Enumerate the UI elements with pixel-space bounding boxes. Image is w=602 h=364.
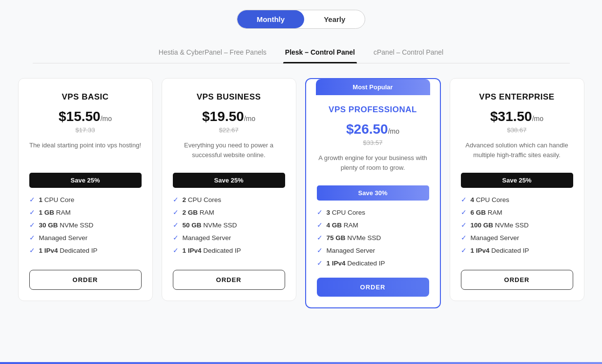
- order-button[interactable]: ORDER: [29, 270, 142, 290]
- plan-description: A growth engine for your business with p…: [317, 153, 429, 178]
- check-icon: ✓: [29, 246, 35, 254]
- plan-name: VPS BASIC: [29, 92, 142, 102]
- check-icon: ✓: [173, 221, 179, 229]
- feature-text: 6 GB RAM: [471, 209, 502, 216]
- feature-text: 4 CPU Cores: [471, 196, 510, 203]
- price-old: $38.67: [461, 126, 573, 134]
- check-icon: ✓: [29, 196, 35, 203]
- price-unit: /mo: [388, 127, 399, 135]
- feature-text: 1 IPv4 Dedicated IP: [183, 247, 241, 254]
- check-icon: ✓: [317, 221, 323, 229]
- feature-item: ✓ 3 CPU Cores: [317, 208, 429, 216]
- check-icon: ✓: [317, 234, 323, 242]
- feature-item: ✓ 1 GB RAM: [29, 208, 142, 216]
- feature-text: 50 GB NVMe SSD: [183, 222, 237, 229]
- yearly-toggle-btn[interactable]: Yearly: [304, 10, 365, 28]
- check-icon: ✓: [173, 234, 179, 242]
- order-button[interactable]: ORDER: [461, 270, 573, 290]
- price-unit: /mo: [244, 115, 255, 122]
- check-icon: ✓: [317, 208, 323, 216]
- most-popular-badge: Most Popular: [316, 79, 430, 95]
- feature-item: ✓ Managed Server: [461, 234, 573, 242]
- price-main: $15.50/mo: [59, 109, 112, 124]
- feature-item: ✓ 2 CPU Cores: [173, 196, 285, 203]
- check-icon: ✓: [461, 246, 467, 254]
- feature-text: 2 CPU Cores: [183, 196, 222, 203]
- feature-text: 1 IPv4 Dedicated IP: [471, 247, 529, 254]
- pricing-cards: VPS BASIC $15.50/mo $17.33The ideal star…: [18, 78, 584, 308]
- feature-item: ✓ 30 GB NVMe SSD: [29, 221, 142, 229]
- feature-text: 2 GB RAM: [183, 209, 214, 216]
- check-icon: ✓: [461, 208, 467, 216]
- plan-description: Advanced solution which can handle multi…: [461, 141, 573, 165]
- feature-text: 100 GB NVMe SSD: [471, 222, 529, 229]
- save-badge: Save 25%: [29, 173, 142, 188]
- feature-text: 1 IPv4 Dedicated IP: [39, 247, 98, 254]
- feature-item: ✓ 50 GB NVMe SSD: [173, 221, 285, 229]
- features-list: ✓ 2 CPU Cores ✓ 2 GB RAM ✓ 50 GB NVMe SS…: [173, 196, 285, 259]
- control-panel-tabs: Hestia & CyberPanel – Free Panels Plesk …: [33, 43, 570, 63]
- price-unit: /mo: [532, 115, 543, 122]
- plan-name: VPS PROFESSIONAL: [317, 105, 429, 115]
- feature-item: ✓ 4 CPU Cores: [461, 196, 573, 203]
- feature-text: 4 GB RAM: [327, 222, 358, 229]
- feature-text: Managed Server: [327, 247, 375, 254]
- feature-text: 75 GB NVMe SSD: [327, 234, 381, 242]
- price-unit: /mo: [101, 115, 112, 122]
- save-badge: Save 25%: [173, 173, 285, 188]
- features-list: ✓ 4 CPU Cores ✓ 6 GB RAM ✓ 100 GB NVMe S…: [461, 196, 573, 259]
- feature-item: ✓ Managed Server: [29, 234, 142, 242]
- pricing-card-enterprise: VPS ENTERPRISE $31.50/mo $38.67Advanced …: [450, 78, 584, 301]
- order-button[interactable]: ORDER: [317, 278, 429, 297]
- feature-item: ✓ 2 GB RAM: [173, 208, 285, 216]
- feature-item: ✓ 75 GB NVMe SSD: [317, 234, 429, 242]
- price-display: $15.50/mo: [29, 109, 142, 124]
- check-icon: ✓: [173, 246, 179, 254]
- feature-text: 3 CPU Cores: [327, 209, 366, 216]
- price-main: $31.50/mo: [490, 109, 543, 124]
- tab-free-panels[interactable]: Hestia & CyberPanel – Free Panels: [157, 43, 269, 63]
- check-icon: ✓: [29, 208, 35, 216]
- billing-toggle[interactable]: Monthly Yearly: [237, 10, 366, 29]
- feature-text: 1 GB RAM: [39, 209, 71, 216]
- feature-item: ✓ 100 GB NVMe SSD: [461, 221, 573, 229]
- tab-cpanel[interactable]: cPanel – Control Panel: [372, 43, 445, 63]
- features-list: ✓ 3 CPU Cores ✓ 4 GB RAM ✓ 75 GB NVMe SS…: [317, 208, 429, 267]
- monthly-toggle-btn[interactable]: Monthly: [237, 10, 305, 28]
- check-icon: ✓: [461, 234, 467, 242]
- feature-text: Managed Server: [183, 234, 231, 242]
- feature-text: 30 GB NVMe SSD: [39, 222, 94, 229]
- check-icon: ✓: [461, 221, 467, 229]
- plan-description: The ideal starting point into vps hostin…: [29, 141, 142, 165]
- pricing-card-basic: VPS BASIC $15.50/mo $17.33The ideal star…: [18, 78, 153, 301]
- feature-item: ✓ 1 IPv4 Dedicated IP: [173, 246, 285, 254]
- price-old: $17.33: [29, 126, 142, 134]
- feature-item: ✓ 1 IPv4 Dedicated IP: [29, 246, 142, 254]
- plan-description: Everything you need to power a successfu…: [173, 141, 285, 165]
- pricing-card-professional: Most PopularVPS PROFESSIONAL $26.50/mo $…: [305, 78, 441, 308]
- check-icon: ✓: [173, 208, 179, 216]
- check-icon: ✓: [173, 196, 179, 203]
- feature-text: Managed Server: [471, 234, 519, 242]
- tab-plesk[interactable]: Plesk – Control Panel: [283, 43, 357, 63]
- price-main: $19.50/mo: [202, 109, 255, 124]
- check-icon: ✓: [461, 196, 467, 203]
- plan-name: VPS ENTERPRISE: [461, 92, 573, 102]
- check-icon: ✓: [317, 259, 323, 267]
- save-badge: Save 25%: [461, 173, 573, 188]
- order-button[interactable]: ORDER: [173, 270, 285, 290]
- price-display: $31.50/mo: [461, 109, 573, 124]
- feature-item: ✓ 6 GB RAM: [461, 208, 573, 216]
- feature-text: 1 CPU Core: [39, 196, 75, 203]
- plan-name: VPS BUSINESS: [173, 92, 285, 102]
- feature-item: ✓ Managed Server: [173, 234, 285, 242]
- price-display: $26.50/mo: [317, 121, 429, 137]
- feature-item: ✓ 4 GB RAM: [317, 221, 429, 229]
- bottom-accent-line: [0, 362, 602, 364]
- feature-item: ✓ 1 CPU Core: [29, 196, 142, 203]
- check-icon: ✓: [29, 234, 35, 242]
- feature-item: ✓ Managed Server: [317, 246, 429, 254]
- check-icon: ✓: [317, 246, 323, 254]
- price-display: $19.50/mo: [173, 109, 285, 124]
- check-icon: ✓: [29, 221, 35, 229]
